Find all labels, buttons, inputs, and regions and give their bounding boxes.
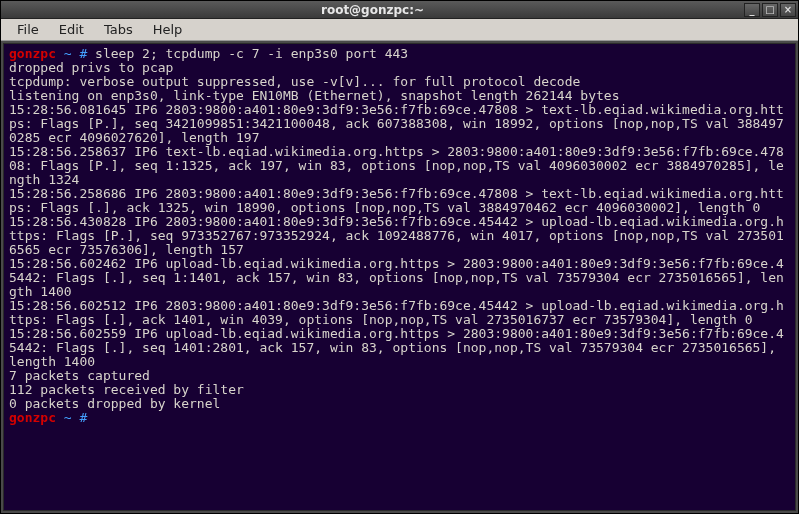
prompt-hash: # xyxy=(79,410,87,425)
prompt-tilde: ~ xyxy=(64,410,72,425)
menu-edit[interactable]: Edit xyxy=(49,20,94,39)
maximize-button[interactable]: □ xyxy=(762,3,778,17)
menu-help[interactable]: Help xyxy=(143,20,193,39)
terminal-output: dropped privs to pcap tcpdump: verbose o… xyxy=(9,60,784,411)
menu-tabs[interactable]: Tabs xyxy=(94,20,143,39)
prompt-tilde: ~ xyxy=(64,46,72,61)
titlebar[interactable]: root@gonzpc:~ _ □ × xyxy=(1,1,798,19)
prompt-host: gonzpc xyxy=(9,46,56,61)
terminal-window: root@gonzpc:~ _ □ × File Edit Tabs Help … xyxy=(0,0,799,514)
prompt-host: gonzpc xyxy=(9,410,56,425)
command-text: sleep 2; tcpdump -c 7 -i enp3s0 port 443 xyxy=(87,46,408,61)
terminal-viewport[interactable]: gonzpc ~ # sleep 2; tcpdump -c 7 -i enp3… xyxy=(3,43,796,511)
close-button[interactable]: × xyxy=(780,3,796,17)
window-controls: _ □ × xyxy=(744,3,798,17)
menu-file[interactable]: File xyxy=(7,20,49,39)
minimize-button[interactable]: _ xyxy=(744,3,760,17)
window-title: root@gonzpc:~ xyxy=(1,3,744,17)
menubar: File Edit Tabs Help xyxy=(1,19,798,41)
